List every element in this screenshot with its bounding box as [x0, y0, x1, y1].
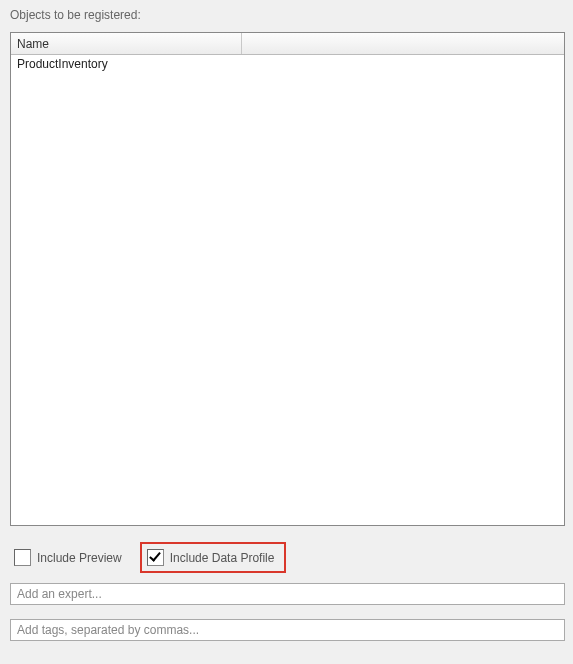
- objects-table: Name ProductInventory: [10, 32, 565, 526]
- include-preview-label[interactable]: Include Preview: [37, 551, 122, 565]
- add-expert-input[interactable]: [10, 583, 565, 605]
- table-header: Name: [11, 33, 564, 55]
- include-data-profile-checkbox[interactable]: [147, 549, 164, 566]
- table-row[interactable]: ProductInventory: [11, 55, 564, 73]
- include-preview-group: Include Preview: [10, 547, 126, 568]
- cell-name: ProductInventory: [11, 55, 242, 73]
- column-header-name[interactable]: Name: [11, 33, 242, 54]
- include-preview-checkbox[interactable]: [14, 549, 31, 566]
- add-tags-input[interactable]: [10, 619, 565, 641]
- include-data-profile-label[interactable]: Include Data Profile: [170, 551, 275, 565]
- include-data-profile-group: Include Data Profile: [140, 542, 287, 573]
- options-row: Include Preview Include Data Profile: [10, 542, 567, 573]
- column-header-empty[interactable]: [242, 33, 564, 54]
- section-label: Objects to be registered:: [10, 8, 567, 22]
- table-body: ProductInventory: [11, 55, 564, 73]
